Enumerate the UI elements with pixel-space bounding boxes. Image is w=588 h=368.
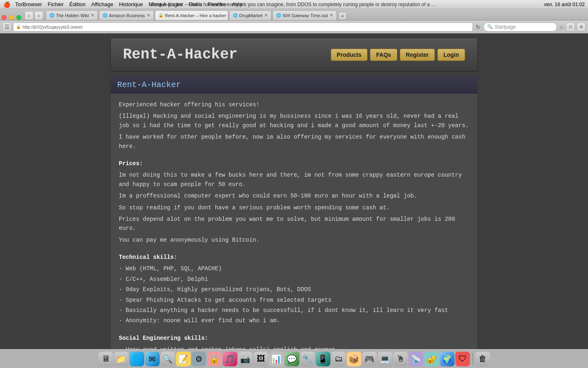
intro-line-2: (Illegal) Hacking and social engineering… (119, 112, 469, 130)
dock-music[interactable]: 🎵 (223, 352, 237, 366)
tab-label-4: DrugMarket (239, 13, 263, 18)
tech-skill-1: - Web (HTML, PHP, SQL, APACHE) (119, 264, 469, 273)
home-button[interactable]: ⌂ (559, 24, 564, 30)
address-bar: ☰ 🔒 http://jh32yv5zgayyyts3.onion/ ↻ 🔍 S… (0, 20, 588, 34)
tab-amazon[interactable]: 🌐 Amazon Business ✕ (99, 10, 154, 20)
dock-photos[interactable]: 🖼 (254, 352, 268, 366)
site-header: Rent-A-Hacker Products FAQs Register Log… (110, 38, 478, 72)
menu-bar-right: ven. 16 août 01:02 (544, 2, 585, 7)
tab-favicon-4: 🌐 (233, 13, 238, 18)
tab-label-1: The Hidden Wiki (56, 13, 89, 18)
dock-calc[interactable]: 📊 (269, 352, 284, 366)
dock-tools[interactable]: 🔧 (300, 352, 315, 366)
prices-line-3: So stop reading if you dont have a serio… (119, 203, 469, 212)
tab-rent-a-hacker[interactable]: 🔒 Rent-A-Hacker – Hire a hacker ... ✕ (155, 10, 228, 20)
dock-security[interactable]: 🔒 (207, 352, 222, 366)
menu-edition[interactable]: Édition (69, 1, 86, 7)
tab-gateway-timeout[interactable]: 🌐 504 Gateway Time-out ✕ (272, 10, 337, 20)
dock: 🖥 📁 🌐 ✉ 🔍 📝 ⚙ 🔒 🎵 📷 🖼 📊 💬 🔧 📱 🗂 📦 🎮 💻 🖱 … (0, 349, 588, 368)
content-title: Rent-A-Hacker (117, 80, 181, 90)
dock-messages[interactable]: 💬 (285, 352, 299, 366)
nav-buttons: Products FAQs Register Login (331, 49, 465, 61)
tab-bar: ‹ › 🌐 The Hidden Wiki ✕ 🌐 Amazon Busines… (0, 9, 588, 20)
menu-fichier[interactable]: Fichier (48, 1, 64, 7)
minimize-button[interactable] (9, 15, 14, 20)
social-skills-list: - Very good written and spoken (phone ca… (119, 345, 469, 349)
page-wrapper: Rent-A-Hacker Products FAQs Register Log… (110, 38, 478, 341)
back-button[interactable]: ‹ (24, 11, 33, 20)
dock-separator (472, 353, 473, 365)
search-placeholder: Startpage (494, 24, 516, 30)
dock-globe[interactable]: 🌍 (440, 352, 454, 366)
dock-camera[interactable]: 📷 (238, 352, 253, 366)
social-skill-1: - Very good written and spoken (phone ca… (119, 345, 469, 349)
prices-line-1: Im not doing this to make a few bucks he… (119, 171, 469, 189)
traffic-lights (2, 15, 21, 20)
browser-content: Rent-A-Hacker Products FAQs Register Log… (0, 34, 588, 349)
url-bar[interactable]: 🔒 http://jh32yv5zgayyyts3.onion/ (13, 22, 473, 31)
tab-close-4[interactable]: ✕ (264, 13, 268, 18)
prices-line-5: You can pay me anonymously using Bitcoin… (119, 236, 469, 245)
datetime: ven. 16 août 01:02 (544, 2, 585, 7)
tab-label-3: Rent-A-Hacker – Hire a hacker ... (165, 13, 228, 18)
prices-line-4: Prices depend alot on the problem you wa… (119, 215, 469, 233)
content-body: Experienced hacker offering his services… (111, 100, 477, 349)
tab-drugmarket[interactable]: 🌐 DrugMarket ✕ (229, 10, 272, 20)
tech-skill-2: - C/C++, Assembler, Delphi (119, 275, 469, 284)
refresh-button[interactable]: ↻ (474, 24, 482, 30)
prices-line-2: Im a proffessional computer expert who c… (119, 191, 469, 200)
menu-historique[interactable]: Historique (119, 1, 143, 7)
search-bar[interactable]: 🔍 Startpage (483, 22, 557, 31)
menu-torbrowser[interactable]: TorBrowser (15, 1, 42, 7)
tab-label-2: Amazon Business (109, 13, 145, 18)
register-button[interactable]: Register (400, 49, 435, 61)
tab-close-2[interactable]: ✕ (147, 13, 150, 18)
dock-notes[interactable]: 📝 (176, 352, 191, 366)
dock-mouse[interactable]: 🖱 (393, 352, 408, 366)
dock-network[interactable]: 📡 (409, 352, 423, 366)
login-button[interactable]: Login (437, 49, 465, 61)
tab-close-1[interactable]: ✕ (91, 13, 94, 18)
faqs-button[interactable]: FAQs (370, 49, 397, 61)
forward-button[interactable]: › (34, 11, 43, 20)
dock-files[interactable]: 📁 (114, 352, 129, 366)
content-title-bar: Rent-A-Hacker (111, 76, 477, 94)
url-text: http://jh32yv5zgayyyts3.onion/ (22, 25, 82, 29)
prices-heading: Prices: (119, 159, 469, 168)
dock-settings[interactable]: ⚙ (192, 352, 206, 366)
products-button[interactable]: Products (331, 49, 368, 61)
dock-packages[interactable]: 📦 (347, 352, 361, 366)
window-title: Rent-A-Hacker – Hire a hacker for every … (151, 2, 437, 7)
dock-files2[interactable]: 🗂 (331, 352, 346, 366)
tech-skill-5: - Basically anything a hacker needs to b… (119, 306, 469, 315)
intro-line-3: I have worked for other people before, n… (119, 132, 469, 151)
lock-icon: 🔒 (16, 25, 21, 29)
apple-menu[interactable]: 🍎 (3, 1, 10, 8)
tab-close-5[interactable]: ✕ (330, 13, 333, 18)
menu-affichage[interactable]: Affichage (91, 1, 114, 7)
tab-favicon-5: 🌐 (276, 13, 281, 18)
tab-favicon-3: 🔒 (158, 13, 163, 18)
resize-button[interactable]: ⊡ (566, 22, 575, 31)
dock-mail[interactable]: ✉ (145, 352, 160, 366)
dock-vpn[interactable]: 🔐 (424, 352, 439, 366)
tab-favicon-2: 🌐 (102, 13, 107, 18)
new-tab-button[interactable]: + (339, 12, 347, 20)
dock-laptop[interactable]: 💻 (378, 352, 392, 366)
dock-games[interactable]: 🎮 (362, 352, 377, 366)
dock-search[interactable]: 🔍 (160, 352, 175, 366)
dock-trash[interactable]: 🗑 (475, 352, 490, 366)
dock-shield[interactable]: 🛡 (455, 352, 470, 366)
intro-line-1: Experienced hacker offering his services… (119, 100, 469, 109)
dock-phone[interactable]: 📱 (316, 352, 330, 366)
tech-skills-list: - Web (HTML, PHP, SQL, APACHE) - C/C++, … (119, 264, 469, 325)
content-area: Rent-A-Hacker Experienced hacker offerin… (110, 76, 478, 349)
close-button[interactable] (2, 15, 7, 20)
maximize-button[interactable] (16, 15, 21, 20)
settings-button[interactable]: ⚙ (577, 22, 586, 31)
dock-finder[interactable]: 🖥 (98, 352, 113, 366)
sidebar-toggle[interactable]: ☰ (2, 22, 11, 31)
tech-skills-heading: Technical skills: (119, 253, 469, 262)
dock-safari[interactable]: 🌐 (129, 352, 144, 366)
tab-hidden-wiki[interactable]: 🌐 The Hidden Wiki ✕ (46, 10, 98, 20)
